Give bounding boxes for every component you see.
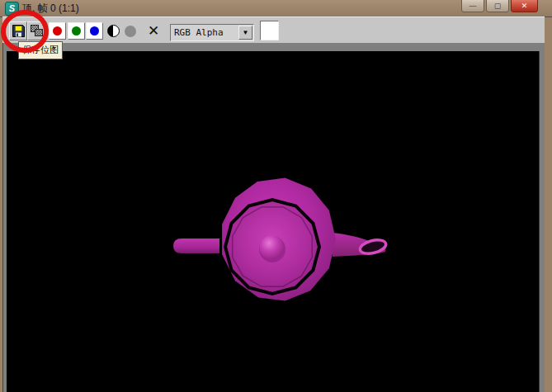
maximize-icon: ▢: [494, 1, 502, 12]
channel-display-value: RGB Alpha: [174, 27, 224, 38]
close-button[interactable]: ✕: [511, 0, 538, 12]
teapot-handle: [173, 239, 219, 253]
clear-button[interactable]: ✕: [144, 21, 163, 40]
save-floppy-icon: [12, 24, 26, 38]
background-color-swatch[interactable]: [260, 21, 279, 40]
rendered-image-area[interactable]: [7, 51, 540, 392]
channel-display-dropdown[interactable]: RGB Alpha ▼: [170, 24, 254, 41]
window-title: 顶, 帧 0 (1:1): [22, 2, 79, 16]
close-icon: ✕: [521, 1, 528, 12]
maximize-button[interactable]: ▢: [486, 0, 509, 12]
blue-channel-button[interactable]: [86, 22, 103, 40]
minimize-icon: —: [469, 1, 477, 12]
toolbar: ✕ RGB Alpha ▼: [2, 17, 545, 45]
app-icon: S: [5, 2, 19, 16]
save-bitmap-button[interactable]: [9, 21, 27, 40]
teapot-knob: [260, 236, 284, 260]
save-tooltip: 保存位图: [18, 41, 63, 59]
clone-window-icon: [30, 24, 44, 38]
window-controls: — ▢ ✕: [461, 0, 538, 12]
blue-channel-icon: [90, 26, 99, 35]
green-channel-button[interactable]: [68, 22, 85, 40]
alpha-channel-button[interactable]: [125, 26, 136, 37]
chevron-down-icon[interactable]: ▼: [238, 26, 252, 40]
clone-rendered-frame-button[interactable]: [27, 21, 45, 40]
titlebar[interactable]: S 顶, 帧 0 (1:1) — ▢ ✕: [0, 0, 552, 17]
green-channel-icon: [72, 26, 81, 35]
minimize-button[interactable]: —: [461, 0, 484, 12]
red-channel-icon: [53, 26, 62, 35]
rendered-teapot-top-view: [7, 51, 539, 392]
monochrome-channel-button[interactable]: [107, 25, 120, 37]
red-channel-button[interactable]: [49, 22, 66, 40]
